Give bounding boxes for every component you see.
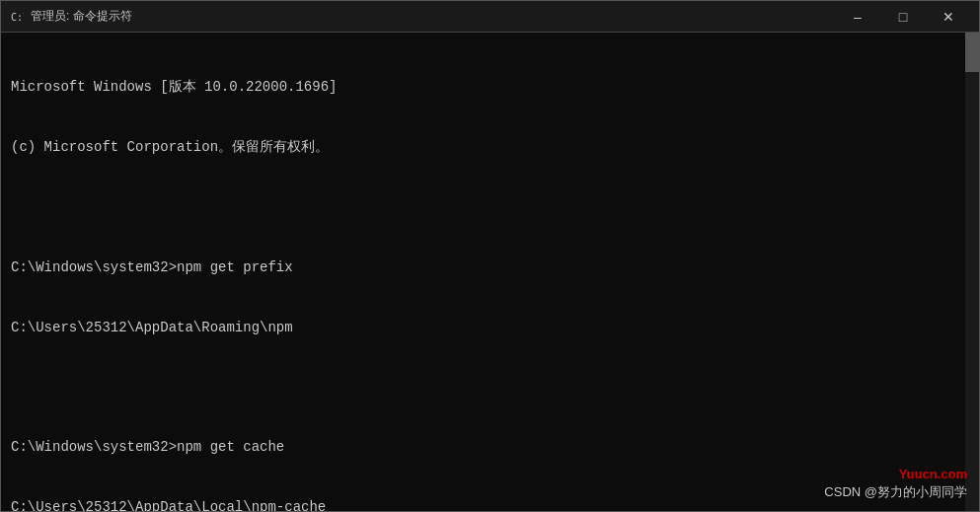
terminal-line-4: C:\Users\25312\AppData\Roaming\npm bbox=[11, 318, 969, 339]
window-title: 管理员: 命令提示符 bbox=[31, 8, 835, 25]
close-button[interactable]: ✕ bbox=[926, 1, 971, 33]
window-controls: – □ ✕ bbox=[835, 1, 971, 33]
terminal-line-6: C:\Windows\system32>npm get cache bbox=[11, 437, 969, 459]
cmd-window: C:\ 管理员: 命令提示符 – □ ✕ Microsoft Windows [… bbox=[0, 0, 980, 512]
watermark: Yuucn.com CSDN @努力的小周同学 bbox=[824, 466, 967, 501]
scrollbar[interactable] bbox=[965, 33, 979, 511]
title-bar: C:\ 管理员: 命令提示符 – □ ✕ bbox=[1, 1, 979, 33]
terminal-content: Microsoft Windows [版本 10.0.22000.1696] (… bbox=[11, 38, 969, 511]
terminal-line-0: Microsoft Windows [版本 10.0.22000.1696] bbox=[11, 77, 969, 99]
terminal-body[interactable]: Microsoft Windows [版本 10.0.22000.1696] (… bbox=[1, 33, 979, 511]
scrollbar-thumb[interactable] bbox=[965, 33, 979, 72]
cmd-icon: C:\ bbox=[9, 9, 25, 25]
svg-text:C:\: C:\ bbox=[11, 12, 24, 23]
terminal-line-2 bbox=[11, 197, 969, 219]
maximize-button[interactable]: □ bbox=[880, 1, 926, 33]
watermark-site: Yuucn.com bbox=[824, 466, 967, 483]
minimize-button[interactable]: – bbox=[835, 1, 880, 33]
watermark-user: CSDN @努力的小周同学 bbox=[824, 483, 967, 501]
terminal-line-3: C:\Windows\system32>npm get prefix bbox=[11, 257, 969, 279]
terminal-line-1: (c) Microsoft Corporation。保留所有权利。 bbox=[11, 137, 969, 159]
terminal-line-5 bbox=[11, 378, 969, 400]
